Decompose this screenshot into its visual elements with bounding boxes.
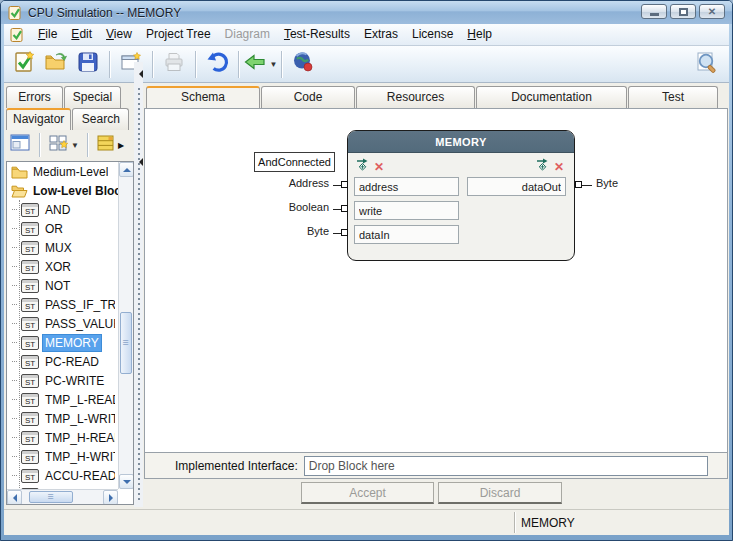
memory-block[interactable]: MEMORY ✕ ✕ (347, 130, 575, 261)
implemented-interface-input[interactable] (304, 456, 708, 476)
tab-documentation[interactable]: Documentation (476, 86, 627, 108)
window-controls: ✕ (641, 4, 725, 19)
port-connector[interactable] (341, 229, 348, 236)
tree-item-mux[interactable]: STMUX (7, 238, 118, 257)
st-block-icon: ST (21, 222, 39, 236)
undo-button[interactable] (201, 49, 233, 80)
tree-guide (12, 228, 17, 229)
zoom-icon (694, 50, 720, 80)
tree-item-tmp-l-write[interactable]: STTMP_L-WRITE (7, 409, 118, 428)
tree-guide (12, 209, 17, 210)
menu-item-view[interactable]: View (99, 24, 139, 45)
menu-item-file[interactable]: File (31, 24, 64, 45)
tab-errors[interactable]: Errors (6, 86, 63, 108)
tree-item-accu-read[interactable]: STACCU-READ (7, 466, 118, 485)
and-connected-label[interactable]: AndConnected (254, 152, 335, 172)
menu-item-license[interactable]: License (405, 24, 460, 45)
block-actions-left: ✕ (356, 158, 384, 176)
toolbar-right (691, 49, 723, 80)
tree-item-pc-write[interactable]: STPC-WRITE (7, 371, 118, 390)
tree-guide (12, 475, 17, 476)
menu-item-project-tree[interactable]: Project Tree (139, 24, 218, 45)
scroll-down-arrow[interactable] (119, 474, 134, 489)
tree-item-tmp-l-read[interactable]: STTMP_L-READ (7, 390, 118, 409)
st-block-icon: ST (21, 298, 39, 312)
tab-test[interactable]: Test (628, 86, 718, 108)
tree-folder-low-level-blocks[interactable]: Low-Level Blocks (7, 181, 118, 200)
input-port-write[interactable] (354, 201, 459, 220)
tree-item-not[interactable]: STNOT (7, 276, 118, 295)
port-connector[interactable] (575, 181, 582, 188)
tab-code[interactable]: Code (261, 86, 355, 108)
navigator-toolbar: ▼▶ (6, 131, 134, 159)
tree-rows: Medium-LevelLow-Level BlocksSTANDSTORSTM… (7, 162, 118, 489)
expand-arrow-icon[interactable]: ▶ (118, 141, 124, 150)
tree-folder-medium-level[interactable]: Medium-Level (7, 162, 118, 181)
output-port-dataout[interactable] (467, 177, 566, 196)
port-connector[interactable] (341, 181, 348, 188)
print-icon (162, 50, 186, 78)
connect-icon-right[interactable] (536, 158, 549, 176)
new-block-button[interactable]: ▼ (45, 132, 82, 158)
menu-item-diagram[interactable]: Diagram (218, 24, 277, 45)
back-button[interactable]: ▼ (244, 49, 276, 80)
tab-schema[interactable]: Schema (146, 86, 260, 108)
view-window-button[interactable] (6, 132, 34, 158)
st-block-icon: ST (21, 336, 39, 350)
implemented-interface-bar: Implemented Interface: (145, 452, 727, 478)
tab-special[interactable]: Special (64, 86, 121, 108)
title-bar[interactable]: CPU Simulation -- MEMORY ✕ (1, 1, 732, 24)
tree-item-or[interactable]: STOR (7, 219, 118, 238)
tab-resources[interactable]: Resources (356, 86, 475, 108)
close-button[interactable]: ✕ (699, 4, 725, 19)
tree-item-pass-if-true[interactable]: STPASS_IF_TRUE (7, 295, 118, 314)
port-connector[interactable] (341, 205, 348, 212)
tree-guide (12, 380, 17, 381)
print-button[interactable] (158, 49, 190, 80)
menu-item-help[interactable]: Help (460, 24, 499, 45)
scroll-right-arrow[interactable] (103, 490, 118, 505)
menu-item-edit[interactable]: Edit (64, 24, 99, 45)
toolbar-separator (238, 51, 239, 78)
delete-icon-right[interactable]: ✕ (554, 161, 564, 173)
connect-icon[interactable] (356, 158, 369, 176)
zoom-button[interactable] (691, 49, 723, 80)
menu-item-extras[interactable]: Extras (357, 24, 405, 45)
chevron-down-icon[interactable]: ▼ (270, 60, 278, 69)
table-view-button[interactable]: ▶ (93, 132, 127, 158)
input-port-datain[interactable] (354, 225, 459, 244)
tree-item-pc-read[interactable]: STPC-READ (7, 352, 118, 371)
tree-item-xor[interactable]: STXOR (7, 257, 118, 276)
tab-search[interactable]: Search (72, 108, 129, 130)
splitter-collapse-icon-2[interactable] (135, 158, 143, 166)
minimize-button[interactable] (641, 4, 667, 19)
tab-navigator[interactable]: Navigator (6, 108, 71, 130)
tree-guide (12, 323, 17, 324)
menu-item-test-results[interactable]: Test-Results (277, 24, 357, 45)
tree-guide (12, 304, 17, 305)
tree-item-and[interactable]: STAND (7, 200, 118, 219)
tree-vertical-scrollbar[interactable]: ☰ (118, 162, 133, 489)
panel-splitter[interactable] (134, 62, 143, 507)
accept-button[interactable]: Accept (301, 482, 434, 504)
colors-button[interactable] (287, 49, 319, 80)
tree-item-memory[interactable]: STMEMORY (7, 333, 118, 352)
input-port-address[interactable] (354, 177, 459, 196)
tree-item-tmp-h-read[interactable]: STTMP_H-READ (7, 428, 118, 447)
toolbar-separator (281, 51, 282, 78)
tree-horizontal-scrollbar[interactable]: ☰ (7, 489, 118, 504)
block-tree: Medium-LevelLow-Level BlocksSTANDSTORSTM… (6, 161, 134, 505)
vertical-scroll-thumb[interactable]: ☰ (120, 312, 132, 374)
splitter-collapse-icon[interactable] (135, 70, 143, 78)
maximize-button[interactable] (670, 4, 696, 19)
tree-item-tmp-h-write[interactable]: STTMP_H-WRITE (7, 447, 118, 466)
nav-blocks-icon (48, 133, 70, 157)
port-type-label: Byte (243, 225, 329, 237)
chevron-down-icon[interactable]: ▼ (71, 141, 79, 150)
discard-button[interactable]: Discard (438, 482, 562, 504)
horizontal-scroll-thumb[interactable]: ☰ (29, 491, 73, 503)
scroll-left-arrow[interactable] (7, 490, 22, 505)
scroll-up-arrow[interactable] (119, 162, 134, 177)
tree-item-pass-value[interactable]: STPASS_VALUE (7, 314, 118, 333)
delete-icon[interactable]: ✕ (374, 161, 384, 173)
